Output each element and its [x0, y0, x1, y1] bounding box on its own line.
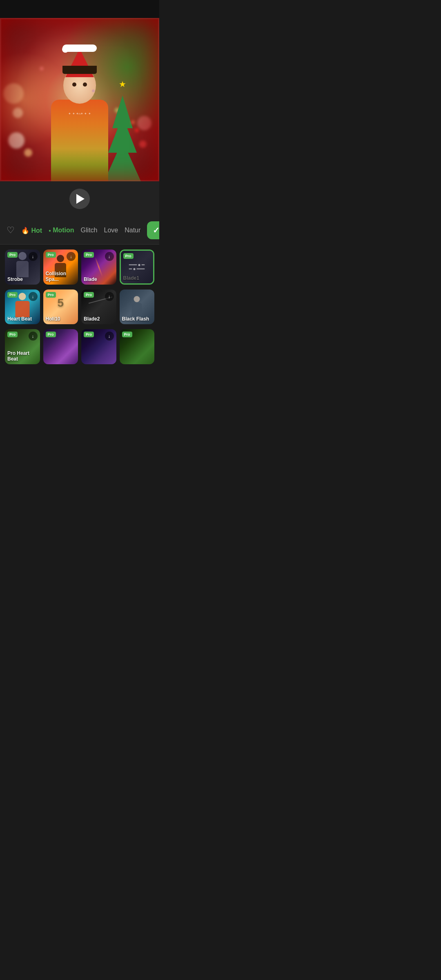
tree-layer-3	[112, 96, 133, 128]
bokeh-4	[24, 149, 32, 157]
pro-badge-blade2: Pro	[84, 292, 94, 298]
effect-row3d[interactable]: Pro	[120, 329, 155, 364]
download-icon-blade2[interactable]: ↓	[105, 292, 114, 301]
bokeh-3	[3, 83, 24, 104]
bokeh-5	[137, 116, 151, 130]
filter-glitch[interactable]: Glitch	[81, 227, 98, 234]
bokeh-8	[40, 67, 43, 70]
effect-blackflash[interactable]: Black Flash	[120, 290, 155, 325]
filter-nature[interactable]: Natur	[125, 227, 140, 234]
effect-blade1[interactable]: Pro Blade1	[120, 249, 155, 285]
confirm-button[interactable]: ✓	[147, 221, 159, 239]
download-icon-strobe[interactable]: ↓	[29, 252, 38, 261]
pro-badge-row3b: Pro	[46, 332, 56, 337]
preview-image: ★	[0, 18, 159, 181]
bokeh-1	[8, 132, 24, 149]
santa-hat	[65, 49, 94, 77]
christmas-scene: ★	[0, 18, 159, 181]
filter-love[interactable]: Love	[104, 227, 118, 234]
download-icon-proheartbeat[interactable]: ↓	[29, 332, 38, 341]
pro-badge-heartbeat: Pro	[7, 292, 18, 298]
play-area	[0, 181, 159, 216]
effects-grid-row2: Pro ↓ Heart Beat 5 Pro Holi10 Pro ↓ Blad…	[0, 290, 159, 330]
tree-layer-1	[104, 140, 141, 181]
character-head	[63, 67, 96, 104]
pro-badge-strobe: Pro	[7, 252, 18, 258]
effect-label-blackflash: Black Flash	[122, 316, 152, 322]
preview-container: ★	[0, 18, 159, 181]
effect-label-holi10: Holi10	[46, 316, 76, 322]
strobe-figure	[16, 252, 29, 277]
tree-star: ★	[119, 79, 126, 89]
bokeh-7	[115, 108, 120, 113]
ornament-2	[127, 113, 131, 116]
christmas-tree: ★	[98, 79, 147, 181]
character-body	[51, 100, 108, 181]
pro-badge-blade1: Pro	[123, 253, 134, 259]
pro-badge-row3d: Pro	[122, 332, 132, 337]
filter-hot[interactable]: 🔥 Hot	[21, 227, 42, 234]
effect-pro-heartbeat[interactable]: Pro ↓ Pro Heart Beat	[5, 329, 40, 364]
effect-strobe[interactable]: Pro ↓ Strobe	[5, 249, 40, 285]
effect-row3c[interactable]: Pro ↓	[81, 329, 116, 364]
hat-pompom	[62, 46, 69, 53]
hair	[62, 66, 97, 74]
tree-layer-2	[108, 116, 137, 153]
ornament-3	[131, 120, 135, 124]
bokeh-6	[139, 140, 147, 148]
effect-collision[interactable]: Pro ↓ Collision Spa...	[43, 249, 78, 285]
effect-label-blade1: Blade1	[123, 275, 151, 281]
effects-grid-row3: Pro ↓ Pro Heart Beat Pro Pro ↓ Pro	[0, 329, 159, 369]
effect-label-blade2: Blade2	[84, 316, 114, 322]
effect-blade[interactable]: Pro ↓ Blade	[81, 249, 116, 285]
ornament-1	[135, 128, 139, 132]
effect-label-strobe: Strobe	[7, 276, 38, 282]
eye-left	[72, 82, 76, 87]
pro-badge-proheartbeat: Pro	[7, 332, 18, 337]
holi10-number: 5	[57, 296, 64, 310]
pro-badge-holi10: Pro	[46, 292, 56, 298]
download-icon-collision[interactable]: ↓	[67, 252, 76, 261]
effect-label-heartbeat: Heart Beat	[7, 316, 38, 322]
check-icon: ✓	[153, 225, 159, 235]
effects-grid-row1: Pro ↓ Strobe Pro ↓ Collision Spa... Pro …	[0, 245, 159, 290]
play-icon	[76, 194, 85, 204]
blackflash-figure	[132, 296, 142, 317]
filter-bar: ♡ 🔥 Hot Motion Glitch Love Natur ✓	[0, 216, 159, 245]
bokeh-2	[13, 108, 23, 118]
earring	[92, 89, 95, 92]
eye-right	[83, 82, 87, 87]
effect-label-blade: Blade	[84, 276, 114, 282]
download-icon-heartbeat[interactable]: ↓	[29, 292, 38, 301]
pro-badge-row3c: Pro	[84, 332, 94, 337]
status-bar	[0, 0, 159, 18]
pro-badge-blade: Pro	[84, 252, 94, 258]
pro-badge-collision: Pro	[46, 252, 56, 258]
effect-label-collision: Collision Spa...	[46, 271, 76, 282]
download-icon-blade[interactable]: ↓	[105, 252, 114, 261]
effect-holi10[interactable]: 5 Pro Holi10	[43, 290, 78, 325]
effect-blade2[interactable]: Pro ↓ Blade2	[81, 290, 116, 325]
filter-motion[interactable]: Motion	[49, 227, 74, 234]
slider-controls-icon	[129, 264, 145, 270]
play-button[interactable]	[69, 189, 90, 209]
heart-icon[interactable]: ♡	[7, 225, 15, 236]
effect-heartbeat[interactable]: Pro ↓ Heart Beat	[5, 290, 40, 325]
download-icon-row3c[interactable]: ↓	[105, 332, 114, 341]
effect-row3b[interactable]: Pro	[43, 329, 78, 364]
effect-label-proheartbeat: Pro Heart Beat	[7, 350, 38, 362]
